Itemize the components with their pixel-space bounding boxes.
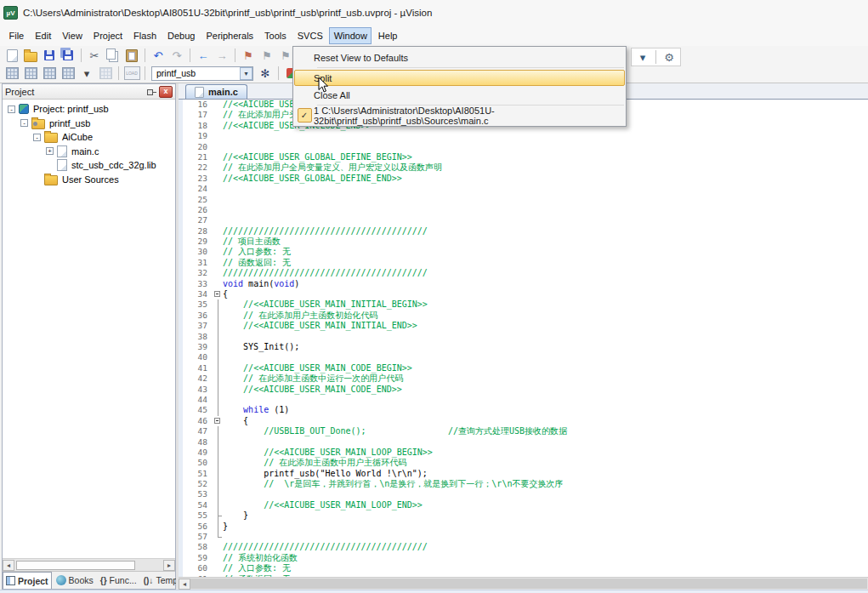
code-line[interactable]: 50 // 在此添加主函数中用户主循环代码	[179, 458, 868, 468]
code-line[interactable]: 43 //<<AICUBE_USER_MAIN_CODE_END>>	[179, 385, 868, 395]
tree-item-printf-usb[interactable]: -printf_usb	[3, 117, 175, 131]
menu-view[interactable]: View	[58, 27, 88, 44]
menu-help[interactable]: Help	[373, 27, 402, 44]
editor-scrollbar-track[interactable]	[190, 579, 867, 589]
code-line[interactable]: 29// 项目主函数	[179, 237, 868, 247]
code-line[interactable]: 21//<<AICUBE_USER_GLOBAL_DEFINE_BEGIN>>	[179, 152, 868, 163]
panel-tab-project[interactable]: Project	[3, 572, 52, 589]
open-file-icon[interactable]	[22, 48, 39, 64]
tree-item-stc-usb-cdc-32g-lib[interactable]: stc_usb_cdc_32g.lib	[3, 158, 175, 173]
code-line[interactable]: 40	[179, 352, 868, 362]
menu-window[interactable]: Window	[329, 27, 372, 44]
tree-item-main-c[interactable]: +main.c	[3, 145, 175, 159]
code-area[interactable]: 16//<<AICUBE_USER_INCLUDE_BEGIN>>17// 在此…	[179, 100, 868, 578]
code-line[interactable]: 60// 入口参数: 无	[179, 563, 868, 573]
target-select[interactable]: printf_usb▾	[151, 66, 253, 81]
copy-icon[interactable]	[105, 48, 122, 64]
options-for-target-icon[interactable]: ✻	[257, 66, 274, 82]
code-line[interactable]: 45 while (1)	[179, 405, 868, 415]
code-line[interactable]: 20	[179, 142, 868, 152]
code-line[interactable]: 28//////////////////////////////////////…	[179, 226, 868, 237]
redo-icon[interactable]: ↷	[168, 48, 185, 64]
translate-file-icon[interactable]	[3, 66, 20, 82]
project-panel-hscrollbar[interactable]: ◂ ▸	[3, 558, 175, 571]
code-line[interactable]: 25	[179, 195, 868, 205]
tree-item-project-printf-usb[interactable]: -Project: printf_usb	[3, 102, 175, 117]
save-icon[interactable]	[41, 48, 58, 64]
code-line[interactable]: 38	[179, 332, 868, 342]
toolbar-overflow-caret-icon[interactable]: ▾	[634, 49, 651, 66]
collapse-icon[interactable]: -	[20, 119, 28, 127]
menu-debug[interactable]: Debug	[163, 27, 200, 44]
pin-icon[interactable]	[145, 87, 156, 97]
scroll-left-icon[interactable]: ◂	[3, 560, 14, 571]
code-line[interactable]: 58//////////////////////////////////////…	[179, 542, 868, 552]
menu-peripherals[interactable]: Peripherals	[201, 27, 258, 44]
save-all-icon[interactable]	[60, 48, 77, 64]
download-flash-icon[interactable]: LOAD	[123, 66, 140, 82]
menu-svcs[interactable]: SVCS	[292, 27, 327, 44]
batch-build-icon[interactable]	[60, 66, 77, 82]
editor-hscrollbar[interactable]: ◂	[179, 577, 868, 590]
code-line[interactable]: 27	[179, 215, 868, 225]
fold-marker[interactable]	[213, 416, 223, 426]
menu-file[interactable]: File	[4, 27, 29, 44]
code-line[interactable]: 23//<<AICUBE_USER_GLOBAL_DEFINE_END>>	[179, 174, 868, 184]
code-line[interactable]: 52 // \r是回车，并跳到行首，\n是换行，就是换到下一行；\r\n不要交换…	[179, 479, 868, 489]
menu-flash[interactable]: Flash	[129, 27, 162, 44]
close-panel-icon[interactable]: x	[159, 86, 173, 98]
scrollbar-thumb[interactable]	[16, 561, 135, 570]
menu-tools[interactable]: Tools	[260, 27, 292, 44]
menu-item-split[interactable]: Split	[294, 70, 625, 86]
code-line[interactable]: 22// 在此添加用户全局变量定义、用户宏定义以及函数声明	[179, 163, 868, 173]
panel-tab-books[interactable]: Books	[54, 573, 96, 589]
menu-item-reset-view-to-defaults[interactable]: Reset View to Defaults	[294, 49, 625, 66]
code-line[interactable]: 36 // 在此添加用户主函数初始化代码	[179, 311, 868, 321]
code-line[interactable]: 56}	[179, 522, 868, 532]
code-line[interactable]: 19	[179, 131, 868, 141]
code-line[interactable]: 54 //<<AICUBE_USER_MAIN_LOOP_END>>	[179, 500, 868, 510]
wrench-icon[interactable]: ⚙	[661, 49, 678, 66]
tree-item-user-sources[interactable]: User Sources	[3, 173, 175, 187]
tree-item-aicube[interactable]: -AiCube	[3, 130, 175, 145]
new-file-icon[interactable]	[3, 48, 20, 64]
collapse-icon[interactable]: -	[8, 105, 15, 113]
cut-icon[interactable]: ✂	[86, 48, 103, 64]
build-icon[interactable]	[22, 66, 39, 82]
code-line[interactable]: 34{	[179, 289, 868, 299]
code-line[interactable]: 35 //<<AICUBE_USER_MAIN_INITIAL_BEGIN>>	[179, 299, 868, 310]
bookmark-prev-icon[interactable]: ⚑	[258, 48, 275, 64]
code-line[interactable]: 33void main(void)	[179, 279, 868, 289]
bookmark-toggle-icon[interactable]: ⚑	[240, 48, 257, 64]
navigate-forward-icon[interactable]: →	[213, 48, 230, 64]
paste-icon[interactable]	[123, 48, 140, 64]
code-line[interactable]: 24	[179, 184, 868, 194]
menu-edit[interactable]: Edit	[31, 27, 56, 44]
code-line[interactable]: 46 {	[179, 416, 868, 426]
code-line[interactable]: 48	[179, 437, 868, 448]
undo-icon[interactable]: ↶	[150, 48, 167, 64]
code-line[interactable]: 37 //<<AICUBE_USER_MAIN_INITIAL_END>>	[179, 321, 868, 331]
rebuild-icon[interactable]	[41, 66, 58, 82]
code-line[interactable]: 26	[179, 205, 868, 215]
code-line[interactable]: 59// 系统初始化函数	[179, 553, 868, 563]
menu-project[interactable]: Project	[88, 27, 127, 44]
code-line[interactable]: 49 //<<AICUBE_USER_MAIN_LOOP_BEGIN>>	[179, 448, 868, 458]
code-line[interactable]: 57	[179, 532, 868, 542]
code-line[interactable]: 47 //USBLIB_OUT_Done(); //查询方式处理USB接收的数据	[179, 426, 868, 436]
fold-marker[interactable]	[213, 289, 223, 299]
navigate-back-icon[interactable]: ←	[195, 48, 212, 64]
code-line[interactable]: 39 SYS_Init();	[179, 342, 868, 352]
batch-build-caret-icon[interactable]: ▾	[78, 66, 95, 82]
panel-tab-func[interactable]: {}Func...	[98, 573, 139, 589]
code-line[interactable]: 51 printf_usb("Hello World !\r\n");	[179, 469, 868, 479]
code-line[interactable]: 44	[179, 395, 868, 405]
stop-build-icon[interactable]	[97, 66, 114, 82]
expand-icon[interactable]: +	[46, 147, 54, 155]
target-select-caret-icon[interactable]: ▾	[240, 67, 252, 80]
code-line[interactable]: 31// 函数返回: 无	[179, 258, 868, 268]
code-line[interactable]: 32//////////////////////////////////////…	[179, 268, 868, 278]
menu-item-recent-file-1[interactable]: ✓1 C:\Users\Administrator\Desktop\AI8051…	[294, 107, 625, 123]
code-line[interactable]: 30// 入口参数: 无	[179, 247, 868, 257]
menu-item-close-all[interactable]: Close All	[294, 87, 625, 103]
